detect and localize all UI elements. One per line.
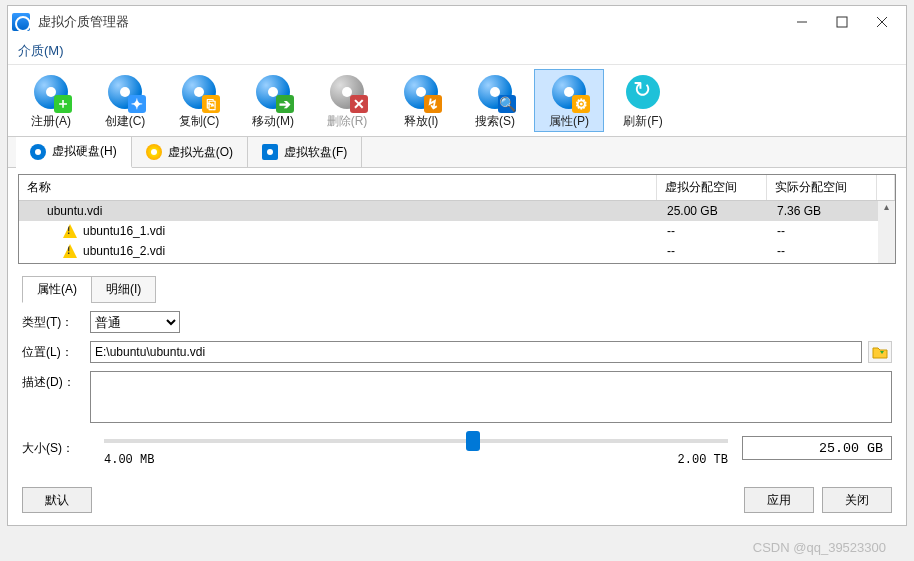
cd-icon xyxy=(146,144,162,160)
hdd-icon xyxy=(30,144,46,160)
close-dialog-button[interactable]: 关闭 xyxy=(822,487,892,513)
tab-hdd[interactable]: 虚拟硬盘(H) xyxy=(16,137,132,168)
tool-register[interactable]: ＋ 注册(A) xyxy=(16,69,86,132)
list-header: 名称 虚拟分配空间 实际分配空间 xyxy=(19,175,895,201)
tab-cd[interactable]: 虚拟光盘(O) xyxy=(132,137,248,167)
size-slider[interactable]: 4.00 MB 2.00 TB xyxy=(104,431,728,465)
properties-panel: 属性(A) 明细(I) 类型(T)： 普通 位置(L)： 描述(D)： 大小(S… xyxy=(8,270,906,479)
warning-icon xyxy=(63,224,77,238)
type-label: 类型(T)： xyxy=(22,311,90,331)
footer: 默认 应用 关闭 xyxy=(8,479,906,525)
col-asize[interactable]: 实际分配空间 xyxy=(767,175,877,200)
minimize-button[interactable] xyxy=(782,8,822,36)
scrollbar[interactable] xyxy=(878,201,895,263)
size-label: 大小(S)： xyxy=(22,440,90,457)
close-button[interactable] xyxy=(862,8,902,36)
apply-button[interactable]: 应用 xyxy=(744,487,814,513)
svg-rect-1 xyxy=(837,17,847,27)
tool-copy[interactable]: ⎘ 复制(C) xyxy=(164,69,234,132)
tool-create[interactable]: ✦ 创建(C) xyxy=(90,69,160,132)
tab-details[interactable]: 明细(I) xyxy=(91,276,156,303)
description-input[interactable] xyxy=(90,371,892,423)
size-min: 4.00 MB xyxy=(104,453,154,467)
floppy-icon xyxy=(262,144,278,160)
col-vsize[interactable]: 虚拟分配空间 xyxy=(657,175,767,200)
size-input[interactable] xyxy=(742,436,892,460)
tool-search[interactable]: 🔍 搜索(S) xyxy=(460,69,530,132)
table-row[interactable]: ubuntu16_1.vdi -- -- xyxy=(19,221,895,241)
col-name[interactable]: 名称 xyxy=(19,175,657,200)
menu-media[interactable]: 介质(M) xyxy=(18,43,64,58)
browse-folder-button[interactable] xyxy=(868,341,892,363)
tab-fd[interactable]: 虚拟软盘(F) xyxy=(248,137,362,167)
menubar: 介质(M) xyxy=(8,38,906,65)
toolbar: ＋ 注册(A) ✦ 创建(C) ⎘ 复制(C) ➔ 移动(M) ✕ 删除(R) … xyxy=(8,65,906,136)
app-icon xyxy=(12,13,30,31)
description-label: 描述(D)： xyxy=(22,371,90,391)
media-type-tabs: 虚拟硬盘(H) 虚拟光盘(O) 虚拟软盘(F) xyxy=(8,136,906,168)
tool-properties[interactable]: ⚙ 属性(P) xyxy=(534,69,604,132)
window-title: 虚拟介质管理器 xyxy=(38,13,782,31)
type-select[interactable]: 普通 xyxy=(90,311,180,333)
tool-refresh[interactable]: 刷新(F) xyxy=(608,69,678,132)
warning-icon xyxy=(63,244,77,258)
folder-icon xyxy=(872,345,888,359)
virtual-media-manager-window: 虚拟介质管理器 介质(M) ＋ 注册(A) ✦ 创建(C) ⎘ 复制(C) ➔ … xyxy=(7,5,907,526)
tool-delete: ✕ 删除(R) xyxy=(312,69,382,132)
tool-release[interactable]: ↯ 释放(l) xyxy=(386,69,456,132)
location-input[interactable] xyxy=(90,341,862,363)
media-list: 名称 虚拟分配空间 实际分配空间 ubuntu.vdi 25.00 GB 7.3… xyxy=(18,174,896,264)
tool-move[interactable]: ➔ 移动(M) xyxy=(238,69,308,132)
titlebar: 虚拟介质管理器 xyxy=(8,6,906,38)
size-max: 2.00 TB xyxy=(678,453,728,467)
maximize-button[interactable] xyxy=(822,8,862,36)
tab-attributes[interactable]: 属性(A) xyxy=(22,276,92,303)
location-label: 位置(L)： xyxy=(22,341,90,361)
table-row[interactable]: ubuntu16_2.vdi -- -- xyxy=(19,241,895,261)
default-button[interactable]: 默认 xyxy=(22,487,92,513)
table-row[interactable]: ubuntu.vdi 25.00 GB 7.36 GB xyxy=(19,201,895,221)
